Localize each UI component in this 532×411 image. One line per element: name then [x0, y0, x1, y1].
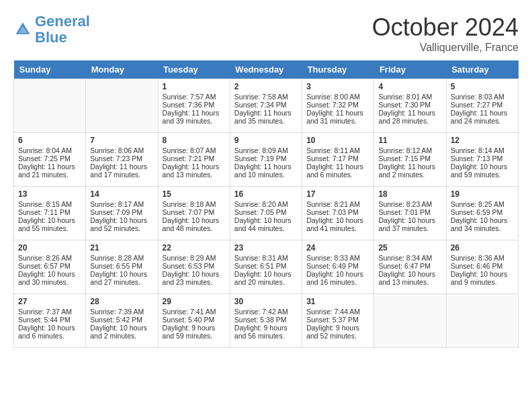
daylight-text: Daylight: 11 hours and 10 minutes. — [234, 163, 298, 179]
week-row-2: 6Sunrise: 8:04 AMSunset: 7:25 PMDaylight… — [14, 133, 519, 187]
sunset-text: Sunset: 7:32 PM — [306, 101, 369, 109]
sunrise-text: Sunrise: 8:15 AM — [18, 200, 81, 208]
sunset-text: Sunset: 7:01 PM — [378, 208, 441, 216]
sunrise-text: Sunrise: 8:31 AM — [234, 254, 298, 262]
sunrise-text: Sunrise: 8:17 AM — [90, 200, 153, 208]
calendar-cell — [374, 294, 446, 348]
sunset-text: Sunset: 7:13 PM — [451, 154, 514, 163]
calendar-cell: 2Sunrise: 7:58 AMSunset: 7:34 PMDaylight… — [230, 79, 302, 133]
daylight-text: Daylight: 10 hours and 41 minutes. — [306, 216, 369, 232]
day-number: 30 — [234, 297, 298, 306]
sunset-text: Sunset: 7:17 PM — [306, 154, 369, 163]
calendar-cell: 30Sunrise: 7:42 AMSunset: 5:38 PMDayligh… — [230, 294, 302, 348]
day-number: 1 — [163, 82, 226, 91]
calendar-cell: 17Sunrise: 8:21 AMSunset: 7:03 PMDayligh… — [302, 187, 374, 240]
weekday-header-wednesday: Wednesday — [230, 60, 302, 79]
sunset-text: Sunset: 7:23 PM — [90, 154, 153, 163]
daylight-text: Daylight: 10 hours and 9 minutes. — [451, 270, 514, 286]
day-number: 19 — [451, 189, 514, 199]
day-number: 29 — [163, 297, 226, 306]
daylight-text: Daylight: 11 hours and 2 minutes. — [378, 163, 441, 179]
day-number: 25 — [378, 243, 441, 253]
calendar-cell: 20Sunrise: 8:26 AMSunset: 6:57 PMDayligh… — [14, 240, 86, 294]
logo: GeneralBlue — [13, 13, 90, 46]
weekday-header-tuesday: Tuesday — [158, 60, 230, 79]
daylight-text: Daylight: 11 hours and 24 minutes. — [451, 109, 514, 125]
header: GeneralBlue October 2024 Valliquerville,… — [13, 13, 519, 54]
calendar-cell: 1Sunrise: 7:57 AMSunset: 7:36 PMDaylight… — [158, 79, 230, 133]
daylight-text: Daylight: 10 hours and 37 minutes. — [378, 216, 441, 232]
sunset-text: Sunset: 6:55 PM — [90, 262, 153, 270]
weekday-header-sunday: Sunday — [14, 60, 86, 79]
calendar-cell: 16Sunrise: 8:20 AMSunset: 7:05 PMDayligh… — [230, 187, 302, 240]
sunset-text: Sunset: 7:25 PM — [18, 154, 81, 163]
sunrise-text: Sunrise: 7:57 AM — [163, 93, 226, 101]
day-number: 17 — [306, 189, 369, 199]
logo-text: GeneralBlue — [35, 13, 90, 46]
daylight-text: Daylight: 11 hours and 39 minutes. — [163, 109, 226, 125]
week-row-4: 20Sunrise: 8:26 AMSunset: 6:57 PMDayligh… — [14, 240, 519, 294]
week-row-1: 1Sunrise: 7:57 AMSunset: 7:36 PMDaylight… — [14, 79, 519, 133]
day-number: 13 — [18, 189, 81, 199]
sunset-text: Sunset: 7:15 PM — [378, 154, 441, 163]
sunset-text: Sunset: 7:11 PM — [18, 208, 81, 216]
daylight-text: Daylight: 10 hours and 48 minutes. — [163, 216, 226, 232]
sunrise-text: Sunrise: 8:11 AM — [306, 146, 369, 154]
calendar-cell: 10Sunrise: 8:11 AMSunset: 7:17 PMDayligh… — [302, 133, 374, 187]
weekday-header-thursday: Thursday — [302, 60, 374, 79]
sunset-text: Sunset: 5:44 PM — [18, 316, 81, 324]
sunset-text: Sunset: 7:05 PM — [234, 208, 298, 216]
daylight-text: Daylight: 10 hours and 34 minutes. — [451, 216, 514, 232]
sunrise-text: Sunrise: 8:34 AM — [378, 254, 441, 262]
sunset-text: Sunset: 5:40 PM — [163, 316, 226, 324]
sunset-text: Sunset: 6:46 PM — [451, 262, 514, 270]
month-title: October 2024 — [372, 13, 519, 42]
daylight-text: Daylight: 11 hours and 21 minutes. — [18, 163, 81, 179]
calendar-cell: 29Sunrise: 7:41 AMSunset: 5:40 PMDayligh… — [158, 294, 230, 348]
day-number: 2 — [234, 82, 298, 91]
day-number: 16 — [234, 189, 298, 199]
daylight-text: Daylight: 10 hours and 27 minutes. — [90, 270, 153, 286]
daylight-text: Daylight: 9 hours and 59 minutes. — [163, 324, 226, 340]
sunset-text: Sunset: 5:37 PM — [306, 316, 369, 324]
sunrise-text: Sunrise: 8:12 AM — [378, 146, 441, 154]
sunrise-text: Sunrise: 8:29 AM — [163, 254, 226, 262]
calendar-cell: 21Sunrise: 8:28 AMSunset: 6:55 PMDayligh… — [86, 240, 158, 294]
calendar-cell: 26Sunrise: 8:36 AMSunset: 6:46 PMDayligh… — [446, 240, 518, 294]
weekday-header-saturday: Saturday — [446, 60, 518, 79]
calendar-cell: 6Sunrise: 8:04 AMSunset: 7:25 PMDaylight… — [14, 133, 86, 187]
day-number: 31 — [306, 297, 369, 306]
daylight-text: Daylight: 11 hours and 6 minutes. — [306, 163, 369, 179]
sunset-text: Sunset: 7:03 PM — [306, 208, 369, 216]
calendar-cell: 27Sunrise: 7:37 AMSunset: 5:44 PMDayligh… — [14, 294, 86, 348]
daylight-text: Daylight: 10 hours and 59 minutes. — [451, 163, 514, 179]
sunset-text: Sunset: 7:09 PM — [90, 208, 153, 216]
day-number: 7 — [90, 136, 153, 145]
daylight-text: Daylight: 10 hours and 23 minutes. — [163, 270, 226, 286]
calendar-cell: 18Sunrise: 8:23 AMSunset: 7:01 PMDayligh… — [374, 187, 446, 240]
sunrise-text: Sunrise: 7:42 AM — [234, 308, 298, 316]
sunset-text: Sunset: 6:53 PM — [163, 262, 226, 270]
sunrise-text: Sunrise: 8:26 AM — [18, 254, 81, 262]
sunset-text: Sunset: 7:36 PM — [163, 101, 226, 109]
day-number: 28 — [90, 297, 153, 306]
sunrise-text: Sunrise: 8:00 AM — [306, 93, 369, 101]
sunrise-text: Sunrise: 7:44 AM — [306, 308, 369, 316]
calendar-cell: 28Sunrise: 7:39 AMSunset: 5:42 PMDayligh… — [86, 294, 158, 348]
day-number: 10 — [306, 136, 369, 145]
calendar-cell: 9Sunrise: 8:09 AMSunset: 7:19 PMDaylight… — [230, 133, 302, 187]
calendar-cell: 4Sunrise: 8:01 AMSunset: 7:30 PMDaylight… — [374, 79, 446, 133]
calendar-cell: 15Sunrise: 8:18 AMSunset: 7:07 PMDayligh… — [158, 187, 230, 240]
calendar-cell: 8Sunrise: 8:07 AMSunset: 7:21 PMDaylight… — [158, 133, 230, 187]
sunrise-text: Sunrise: 8:03 AM — [451, 93, 514, 101]
sunrise-text: Sunrise: 8:28 AM — [90, 254, 153, 262]
day-number: 6 — [18, 136, 81, 145]
sunrise-text: Sunrise: 8:09 AM — [234, 146, 298, 154]
day-number: 24 — [306, 243, 369, 253]
day-number: 4 — [378, 82, 441, 91]
calendar-cell: 5Sunrise: 8:03 AMSunset: 7:27 PMDaylight… — [446, 79, 518, 133]
daylight-text: Daylight: 10 hours and 6 minutes. — [18, 324, 81, 340]
daylight-text: Daylight: 10 hours and 52 minutes. — [90, 216, 153, 232]
day-number: 15 — [163, 189, 226, 199]
sunset-text: Sunset: 7:27 PM — [451, 101, 514, 109]
